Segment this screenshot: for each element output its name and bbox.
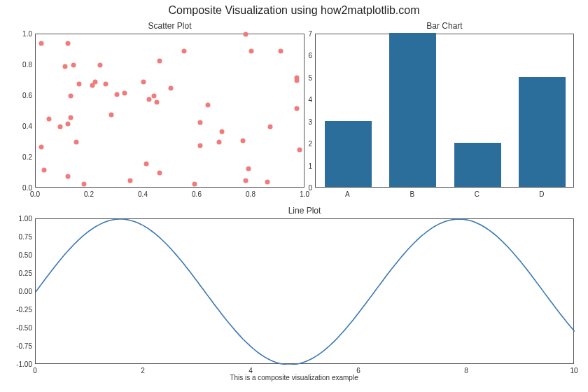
scatter-point: [98, 63, 103, 68]
scatter-point: [298, 148, 302, 153]
scatter-point: [192, 181, 197, 186]
tick-label: 1.0: [300, 190, 309, 198]
scatter-point: [158, 58, 162, 63]
scatter-point: [66, 174, 71, 178]
tick-label: 2: [300, 140, 312, 148]
tick-label: 0.50: [8, 251, 32, 259]
scatter-point: [279, 49, 284, 54]
tick-label: 0.75: [8, 233, 32, 241]
tick-label: A: [345, 190, 350, 198]
bar: [519, 77, 566, 187]
tick-label: C: [475, 190, 479, 198]
tick-label: 0.2: [84, 190, 94, 198]
tick-label: 0.0: [30, 190, 40, 198]
tick-label: 6: [300, 52, 312, 59]
tick-label: 4: [300, 96, 312, 104]
tick-label: 0.8: [246, 190, 255, 198]
scatter-point: [41, 167, 46, 172]
scatter-point: [63, 64, 68, 69]
scatter-point: [265, 180, 270, 185]
bar: [389, 33, 436, 187]
tick-label: 0: [300, 184, 312, 192]
scatter-point: [216, 140, 221, 145]
scatter-point: [38, 144, 43, 149]
bar: [454, 143, 501, 187]
scatter-title: Scatter Plot: [35, 21, 304, 31]
tick-label: 0.8: [14, 61, 32, 69]
tick-label: D: [539, 190, 544, 198]
scatter-point: [158, 171, 162, 176]
tick-label: -0.50: [8, 324, 32, 332]
super-title: Composite Visualization using how2matplo…: [0, 4, 588, 17]
scatter-point: [267, 125, 272, 130]
scatter-point: [219, 129, 224, 134]
scatter-point: [168, 86, 173, 91]
tick-label: 6: [356, 367, 360, 374]
tick-label: 0.2: [14, 153, 32, 161]
scatter-point: [244, 32, 248, 37]
tick-label: 1: [300, 162, 312, 169]
tick-label: 2: [141, 367, 145, 374]
tick-label: 0.4: [14, 122, 32, 130]
scatter-point: [76, 81, 81, 86]
scatter-point: [82, 181, 87, 186]
scatter-point: [295, 75, 300, 80]
scatter-point: [146, 97, 151, 102]
tick-label: 0.0: [14, 184, 32, 192]
scatter-plot: [35, 34, 304, 188]
tick-label: 3: [300, 118, 312, 125]
scatter-point: [57, 125, 62, 130]
scatter-point: [66, 121, 71, 126]
bar-title: Bar Chart: [315, 21, 574, 31]
scatter-point: [104, 81, 108, 86]
scatter-point: [181, 49, 186, 54]
scatter-point: [69, 94, 74, 99]
tick-label: 1.0: [14, 30, 32, 38]
scatter-point: [108, 112, 113, 117]
tick-label: 0.4: [138, 190, 148, 198]
scatter-point: [47, 117, 52, 122]
tick-label: -0.25: [8, 306, 32, 314]
tick-label: 0.25: [8, 270, 32, 277]
tick-label: 0.00: [8, 288, 32, 295]
scatter-point: [206, 103, 211, 108]
tick-label: 0.6: [14, 92, 32, 99]
scatter-point: [71, 63, 76, 68]
tick-label: 5: [300, 74, 312, 81]
scatter-point: [152, 94, 157, 99]
tick-label: 0.6: [192, 190, 202, 198]
scatter-point: [249, 49, 254, 54]
scatter-point: [246, 166, 251, 171]
tick-label: -1.00: [8, 360, 32, 368]
scatter-point: [127, 178, 132, 183]
line-series: [36, 219, 575, 365]
scatter-point: [141, 80, 146, 85]
scatter-point: [38, 41, 43, 46]
scatter-point: [244, 178, 248, 183]
scatter-point: [66, 41, 71, 46]
scatter-point: [92, 80, 97, 85]
tick-label: -0.75: [8, 342, 32, 350]
scatter-point: [295, 106, 300, 111]
tick-label: B: [410, 190, 414, 198]
scatter-point: [197, 143, 202, 148]
bar-chart: [315, 34, 574, 188]
bar: [325, 121, 372, 187]
line-plot: [35, 218, 574, 364]
scatter-point: [114, 92, 119, 97]
tick-label: 1.00: [8, 215, 32, 223]
tick-label: 7: [300, 30, 312, 38]
scatter-point: [74, 140, 78, 145]
tick-label: 4: [248, 367, 253, 374]
scatter-point: [197, 120, 202, 125]
scatter-point: [144, 162, 148, 167]
scatter-point: [122, 90, 127, 95]
tick-label: 8: [464, 367, 468, 374]
line-title: Line Plot: [35, 206, 574, 216]
footer-caption: This is a composite visualization exampl…: [0, 374, 588, 382]
scatter-point: [241, 139, 246, 144]
tick-label: 0: [33, 367, 37, 374]
scatter-point: [155, 100, 160, 105]
tick-label: 10: [570, 367, 578, 374]
scatter-point: [69, 115, 74, 120]
